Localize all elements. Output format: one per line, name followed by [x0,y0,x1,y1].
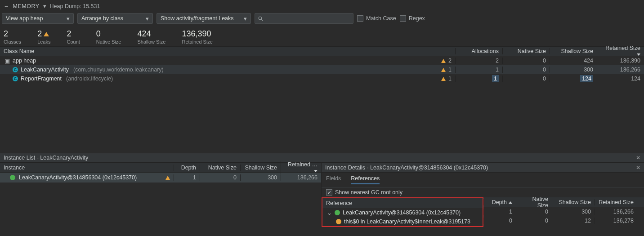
col-classname[interactable]: Class Name [0,48,455,54]
regex-label: Regex [409,15,425,22]
svg-line-1 [261,19,263,21]
reference-row[interactable]: this$0 in LeakCanaryActivity$InnerLeak@3… [322,217,483,226]
warning-icon [441,59,446,63]
table-row[interactable]: C LeakCanaryActivity (com.chunyu.workdem… [0,65,644,74]
cell-shallow: 124 [550,76,597,82]
stat-value: 2 [37,29,42,39]
cell-retained: 136,278 [595,218,637,224]
col-native[interactable]: Native Size [200,165,240,171]
col-shallow[interactable]: Shallow Size [550,48,597,54]
table-row[interactable]: 1 0 300 136,266 [483,207,644,216]
col-shallow[interactable]: Shallow Size [552,199,595,205]
chevron-down-icon[interactable]: ⌄ [327,209,332,216]
checkbox-icon [357,15,363,22]
close-icon[interactable]: ✕ [636,165,640,171]
col-reference[interactable]: Reference [322,200,483,206]
cell-retained: 136,266 [281,174,321,181]
checkbox-icon [400,15,406,22]
chevron-down-icon: ▾ [67,15,70,22]
class-table-header: Class Name Allocations Native Size Shall… [0,46,644,56]
field-icon [336,219,341,224]
list-item[interactable]: LeakCanaryActivity@314856304 (0x12c45370… [0,173,321,183]
instance-details-panel: Instance Details - LeakCanaryActivity@31… [322,163,644,227]
cell-depth: 1 [483,209,516,215]
cell-depth: 0 [483,218,516,224]
package: (com.chunyu.workdemo.leakcanary) [73,67,164,73]
search-icon [258,16,264,22]
stat-label: Classes [4,39,21,45]
warn-count: 1 [448,76,452,82]
cell-shallow: 12 [552,218,595,224]
stat-value: 2 [4,29,8,39]
gc-root-checkbox[interactable]: ✓ [326,189,332,196]
cell-native: 0 [502,58,550,64]
stat-label: Native Size [96,39,121,45]
table-row[interactable]: ▣ app heap 2 2 0 424 136,390 [0,56,644,65]
reference-row[interactable]: ⌄ LeakCanaryActivity@314856304 (0x12c453… [322,208,483,217]
col-retained[interactable]: Retained … [281,161,321,174]
stat-value: 0 [96,29,101,39]
cell-alloc: 2 [455,58,502,64]
stats-row: 2 Classes 2 Leaks 2 Count 0 Native Size … [0,25,644,46]
cell-native: 0 [516,218,552,224]
search-input-wrap[interactable] [255,13,353,24]
cell-retained: 124 [597,76,644,82]
cell-alloc: 1 [455,67,502,73]
svg-point-0 [259,17,262,20]
table-row[interactable]: 0 0 12 136,278 [483,216,644,225]
cell-shallow: 300 [552,209,595,215]
col-shallow[interactable]: Shallow Size [240,165,281,171]
instance-details-title: Instance Details - LeakCanaryActivity@31… [325,165,488,171]
cell-shallow: 300 [550,67,597,73]
table-row[interactable]: C ReportFragment (androidx.lifecycle) 1 … [0,74,644,83]
sort-asc-icon [509,201,512,204]
classname: app heap [13,58,36,64]
warn-count: 2 [448,58,452,64]
back-icon[interactable]: ← [4,3,9,9]
close-icon[interactable]: ✕ [636,155,640,161]
dropdown-label: Show activity/fragment Leaks [161,15,234,22]
warn-count: 1 [448,67,452,73]
tab-references[interactable]: References [351,175,380,184]
match-case-checkbox[interactable]: Match Case [357,15,396,22]
arrange-dropdown[interactable]: Arrange by class ▾ [77,13,153,24]
gc-root-label: Show nearest GC root only [335,189,402,196]
col-native[interactable]: Native Size [502,48,550,54]
warning-icon [441,68,446,72]
cell-native: 0 [200,174,240,181]
col-retained[interactable]: Retained Size [595,199,637,205]
match-case-label: Match Case [366,15,396,22]
col-retained[interactable]: Retained Size [597,45,644,58]
cell-depth: 1 [174,174,200,181]
search-input[interactable] [266,15,350,22]
chevron-down-icon[interactable]: ▾ [43,3,46,9]
stat-native: 0 Native Size [96,29,121,45]
classname: ReportFragment [21,76,62,82]
stat-value: 136,390 [182,29,211,39]
col-native[interactable]: Native Size [516,196,552,209]
col-depth[interactable]: Depth [483,199,516,205]
col-instance[interactable]: Instance [0,165,174,171]
memory-label: MEMORY [13,3,40,9]
warning-icon [44,32,49,36]
stat-label: Leaks [37,39,50,45]
stat-retained: 136,390 Retained Size [182,29,213,45]
sort-desc-icon [637,53,640,56]
stat-value: 2 [67,29,71,39]
view-heap-dropdown[interactable]: View app heap ▾ [2,13,74,24]
col-depth[interactable]: Depth [174,165,200,171]
regex-checkbox[interactable]: Regex [400,15,425,22]
instance-name: LeakCanaryActivity@314856304 (0x12c45370… [19,174,137,181]
stat-label: Retained Size [182,39,213,45]
cell-native: 0 [516,209,552,215]
sort-desc-icon [314,170,318,172]
cell-native: 0 [502,76,550,82]
cell-retained: 136,266 [595,209,637,215]
tab-fields[interactable]: Fields [326,175,341,184]
stat-count: 2 Count [67,29,80,45]
col-alloc[interactable]: Allocations [455,48,502,54]
stat-classes: 2 Classes [4,29,21,45]
show-leaks-dropdown[interactable]: Show activity/fragment Leaks ▾ [157,13,251,24]
instance-icon [335,210,340,215]
class-icon: C [13,76,18,81]
